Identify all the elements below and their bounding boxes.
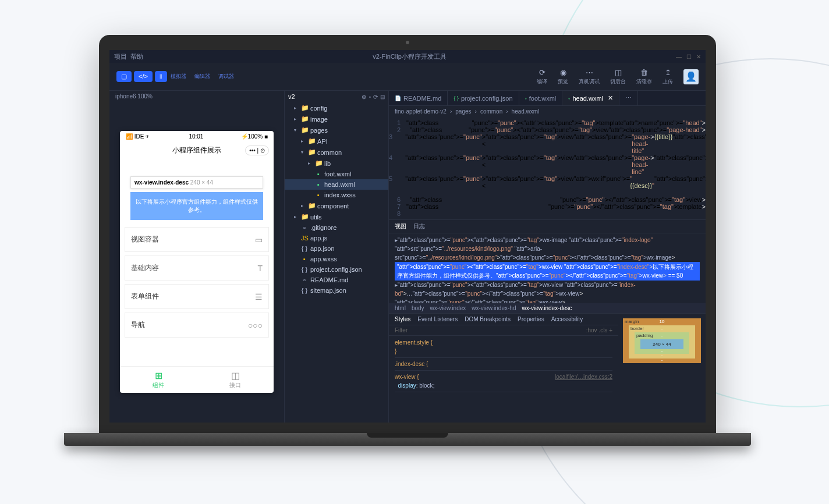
mode-editor-button[interactable]: </>: [134, 71, 153, 82]
element-breadcrumb[interactable]: htmlbodywx-view.indexwx-view.index-hdwx-…: [389, 303, 706, 313]
folder-item[interactable]: ▸📁image: [285, 113, 388, 125]
folder-item[interactable]: ▾📁common: [285, 147, 388, 158]
folder-item[interactable]: ▾📁pages: [285, 125, 388, 136]
folder-item[interactable]: ▸📁utils: [285, 211, 388, 222]
menu-project[interactable]: 项目: [114, 52, 127, 61]
device-info: iphone6 100%: [109, 91, 284, 102]
folder-item[interactable]: ▸📁component: [285, 200, 388, 211]
remote-debug-button[interactable]: ⋯真机调试: [579, 68, 600, 86]
file-item[interactable]: ▪app.wxss: [285, 254, 388, 264]
devtools-panel: 视图 日志 ▸"attr">class"punc">="punc"><"attr…: [389, 219, 706, 406]
editor-tab[interactable]: { }project.config.json: [448, 91, 519, 105]
editor-tab[interactable]: 📄README.md: [389, 91, 448, 105]
clear-cache-button[interactable]: 🗑清缓存: [636, 68, 652, 86]
breadcrumb: fino-applet-demo-v2›pages›common›head.wx…: [389, 106, 706, 117]
code-editor[interactable]: 1"attr">class"punc">="punc"><"attr">clas…: [389, 117, 706, 219]
elements-panel[interactable]: ▸"attr">class"punc">="punc"><"attr">clas…: [389, 233, 706, 303]
menu-item[interactable]: 表单组件☰: [125, 284, 269, 309]
inspector-tooltip: wx-view.index-desc 240 × 44: [130, 176, 263, 189]
tab-component[interactable]: ⊞组件: [120, 367, 197, 393]
styles-tab[interactable]: Event Listeners: [417, 316, 458, 322]
new-folder-icon[interactable]: ▫: [369, 94, 371, 100]
collapse-icon[interactable]: ⊟: [380, 94, 385, 100]
mode-debugger-label: 调试器: [216, 73, 236, 80]
background-button[interactable]: ◫切后台: [610, 68, 626, 86]
devtools-tab-view[interactable]: 视图: [395, 222, 406, 230]
app-menu-button[interactable]: ••• | ⊙: [245, 145, 269, 155]
selected-element-highlight[interactable]: 以下将展示小程序官方组件能力，组件样式仅供参考。: [130, 192, 263, 220]
refresh-icon[interactable]: ⟳: [373, 94, 378, 100]
close-icon[interactable]: ✕: [696, 54, 701, 60]
mode-simulator-label: 模拟器: [168, 73, 189, 80]
mode-debugger-button[interactable]: ⫴: [155, 71, 167, 82]
css-rules-panel[interactable]: element.style {}.index-desc {</span></di…: [389, 336, 618, 396]
window-titlebar: 项目 帮助 v2-FinClip小程序开发工具 — ☐ ✕: [109, 50, 706, 63]
minimize-icon[interactable]: —: [676, 54, 682, 60]
styles-tab[interactable]: Properties: [518, 316, 544, 322]
maximize-icon[interactable]: ☐: [686, 54, 692, 60]
folder-item[interactable]: ▸📁lib: [285, 158, 388, 169]
menu-item[interactable]: 导航○○○: [125, 313, 269, 338]
file-item[interactable]: { }sitemap.json: [285, 285, 388, 296]
mode-simulator-button[interactable]: ▢: [116, 71, 132, 82]
file-item[interactable]: ▫.gitignore: [285, 222, 388, 233]
new-file-icon[interactable]: ⊕: [362, 94, 366, 100]
editor-tab[interactable]: ▫head.wxml✕: [562, 91, 619, 105]
box-model-diagram: margin 10 border - padding - 240 × 4: [618, 314, 706, 406]
styles-filter-actions[interactable]: :hov .cls +: [586, 327, 612, 333]
styles-tab[interactable]: DOM Breakpoints: [465, 316, 511, 322]
laptop-frame: 项目 帮助 v2-FinClip小程序开发工具 — ☐ ✕ ▢ </> ⫴ 模拟…: [99, 35, 716, 446]
devtools-tab-log[interactable]: 日志: [413, 222, 425, 230]
phone-simulator: 📶 IDE ᯤ 10:01 ⚡100% ■ 小程序组件展示 ••• | ⊙ wx…: [120, 131, 274, 393]
file-item[interactable]: ▪head.wxml: [285, 179, 388, 190]
project-root[interactable]: v2: [288, 93, 295, 100]
status-time: 10:01: [189, 133, 203, 140]
window-title: v2-FinClip小程序开发工具: [143, 52, 676, 61]
folder-item[interactable]: ▸📁API: [285, 136, 388, 147]
file-item[interactable]: { }app.json: [285, 243, 388, 254]
folder-item[interactable]: ▸📁config: [285, 102, 388, 113]
main-toolbar: ▢ </> ⫴ 模拟器 编辑器 调试器 ⟳编译 ◉预览 ⋯真机调试 ◫切后台 🗑…: [109, 63, 706, 91]
editor-tab[interactable]: ▫foot.wxml: [519, 91, 563, 105]
file-item[interactable]: ▪foot.wxml: [285, 169, 388, 179]
styles-tab[interactable]: Styles: [395, 316, 410, 322]
preview-button[interactable]: ◉预览: [558, 68, 568, 86]
status-signal: 📶 IDE ᯤ: [126, 133, 151, 140]
styles-filter-input[interactable]: Filter: [395, 327, 408, 333]
tabs-overflow[interactable]: ⋯: [619, 91, 638, 105]
styles-tab[interactable]: Accessibility: [551, 316, 583, 322]
menu-help[interactable]: 帮助: [130, 52, 143, 61]
file-explorer: v2 ⊕ ▫ ⟳ ⊟ ▸📁config▸📁image▾📁pages▸📁API▾📁…: [284, 91, 389, 423]
upload-button[interactable]: ↥上传: [663, 68, 673, 86]
file-item[interactable]: { }project.config.json: [285, 264, 388, 275]
app-title: 小程序组件展示: [172, 145, 221, 155]
compile-button[interactable]: ⟳编译: [537, 68, 547, 86]
tab-api[interactable]: ◫接口: [197, 367, 274, 393]
file-item[interactable]: ▪index.wxss: [285, 190, 388, 200]
menu-item[interactable]: 基础内容T: [125, 255, 269, 281]
file-item[interactable]: ▫README.md: [285, 275, 388, 285]
user-avatar[interactable]: 👤: [683, 69, 699, 84]
status-battery: ⚡100% ■: [241, 133, 268, 140]
menu-item[interactable]: 视图容器▭: [125, 227, 269, 252]
mode-editor-label: 编辑器: [192, 73, 212, 80]
file-item[interactable]: JSapp.js: [285, 233, 388, 243]
